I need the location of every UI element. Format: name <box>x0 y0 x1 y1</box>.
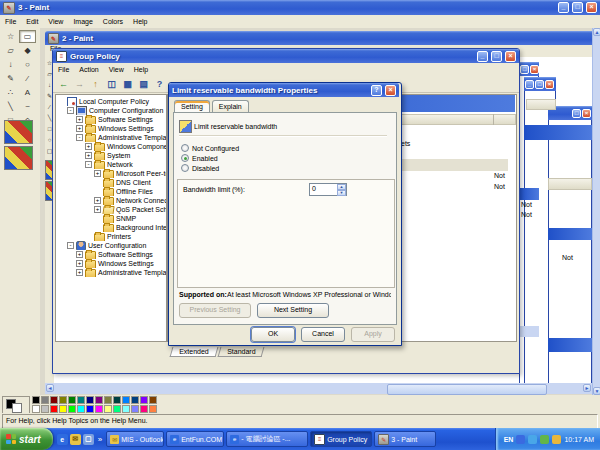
spin-down-icon[interactable]: ▼ <box>337 190 346 196</box>
color-swatch[interactable] <box>95 396 103 404</box>
radio-icon[interactable] <box>181 154 189 162</box>
back-icon[interactable]: ← <box>57 78 70 91</box>
tree-item[interactable]: + System <box>56 151 166 160</box>
radio-icon[interactable] <box>181 164 189 172</box>
scroll-up-icon[interactable]: ▲ <box>593 28 600 36</box>
export-list-icon[interactable]: ▤ <box>137 78 150 91</box>
current-colors[interactable] <box>2 396 30 414</box>
color-swatch[interactable] <box>41 396 49 404</box>
radio-option[interactable]: Disabled <box>181 163 381 173</box>
task-button[interactable]: ≡ Group Policy <box>310 431 372 447</box>
ok-button[interactable]: OK <box>251 327 295 342</box>
menu-item[interactable]: Image <box>68 17 97 26</box>
restore-button[interactable]: □ <box>572 2 583 13</box>
restore-button[interactable]: □ <box>491 51 502 62</box>
tree-item[interactable]: + QoS Packet Schedu <box>56 205 166 214</box>
tree-item[interactable]: + Network Connection <box>56 196 166 205</box>
minimize-button[interactable]: _ <box>525 80 534 89</box>
color-swatch[interactable] <box>50 396 58 404</box>
tree-item[interactable]: - User Configuration <box>56 241 166 250</box>
bandwidth-limit-spinner[interactable]: 0 ▲ ▼ <box>309 183 347 196</box>
eyedropper-icon[interactable]: ↓ <box>2 58 19 71</box>
tree-item[interactable]: Local Computer Policy <box>56 97 166 106</box>
close-button[interactable]: × <box>530 65 539 74</box>
radio-option[interactable]: Enabled <box>181 153 381 163</box>
help-button[interactable]: ? <box>371 85 382 96</box>
messenger-icon[interactable] <box>528 435 537 444</box>
tree-expander[interactable]: + <box>76 116 83 123</box>
show-desktop-icon[interactable]: ▢ <box>83 434 94 445</box>
tree-item[interactable]: Background Intellig <box>56 223 166 232</box>
color-swatch[interactable] <box>86 396 94 404</box>
tree-expander[interactable]: - <box>67 242 74 249</box>
freeform-select-icon[interactable]: ☆ <box>2 30 19 43</box>
previous-setting-button[interactable]: Previous Setting <box>179 303 251 318</box>
color-swatch[interactable] <box>32 396 40 404</box>
background-color[interactable] <box>12 403 22 413</box>
outer-paint-vscrollbar[interactable]: ▲ ▼ <box>592 28 600 395</box>
outlook-icon[interactable]: ✉ <box>70 434 81 445</box>
magnifier-icon[interactable]: ○ <box>19 58 36 71</box>
tree-item[interactable]: - Network <box>56 160 166 169</box>
color-swatch[interactable] <box>131 405 139 413</box>
task-button[interactable]: e EntFun.COM ... <box>166 431 224 447</box>
view-tab[interactable]: Standard <box>217 347 264 357</box>
cancel-button[interactable]: Cancel <box>301 327 345 342</box>
close-button[interactable]: × <box>505 51 516 62</box>
tree-expander[interactable]: + <box>85 143 92 150</box>
radio-option[interactable]: Not Configured <box>181 143 381 153</box>
color-swatch[interactable] <box>140 396 148 404</box>
color-swatch[interactable] <box>113 396 121 404</box>
color-swatch[interactable] <box>104 405 112 413</box>
scroll-left-icon[interactable]: ◄ <box>46 384 54 392</box>
restore-button[interactable]: □ <box>535 80 544 89</box>
tree-expander[interactable]: - <box>76 134 83 141</box>
tree-item[interactable]: SNMP <box>56 214 166 223</box>
show-tree-icon[interactable]: ◫ <box>105 78 118 91</box>
window-list-icon[interactable]: ▦ <box>121 78 134 91</box>
language-bar-icon[interactable] <box>516 435 525 444</box>
network-icon[interactable] <box>540 435 549 444</box>
quick-launch-chevron[interactable]: » <box>98 435 102 444</box>
close-button[interactable]: × <box>545 80 554 89</box>
restore-button[interactable]: □ <box>572 109 581 118</box>
fill-icon[interactable]: ◆ <box>19 44 36 57</box>
tree-expander[interactable]: + <box>94 197 101 204</box>
next-setting-button[interactable]: Next Setting <box>257 303 329 318</box>
task-button[interactable]: ✎ 3 - Paint <box>374 431 436 447</box>
task-button[interactable]: e - 電腦討論區 -... <box>226 431 308 447</box>
tree-expander[interactable]: + <box>94 170 101 177</box>
clock[interactable]: 10:17 AM <box>564 436 594 443</box>
menu-item[interactable]: Action <box>74 65 103 74</box>
scroll-right-icon[interactable]: ► <box>583 384 591 392</box>
eraser-icon[interactable]: ▱ <box>2 44 19 57</box>
minimize-button[interactable]: _ <box>477 51 488 62</box>
up-folder-icon[interactable]: ↑ <box>89 78 102 91</box>
forward-icon[interactable]: → <box>73 78 86 91</box>
menu-item[interactable]: Help <box>129 65 153 74</box>
color-swatch[interactable] <box>59 405 67 413</box>
color-swatch[interactable] <box>68 405 76 413</box>
tree-expander[interactable]: + <box>85 152 92 159</box>
tree-item[interactable]: Offline Files <box>56 187 166 196</box>
apply-button[interactable]: Apply <box>351 327 395 342</box>
color-swatch[interactable] <box>149 405 157 413</box>
tree-expander[interactable]: + <box>94 206 101 213</box>
radio-icon[interactable] <box>181 144 189 152</box>
scroll-down-icon[interactable]: ▼ <box>593 387 600 395</box>
tree-item[interactable]: + Administrative Templates <box>56 268 166 277</box>
menu-item[interactable]: File <box>0 17 21 26</box>
bandwidth-limit-value[interactable]: 0 <box>310 184 337 195</box>
tree-item[interactable]: + Microsoft Peer-to-P <box>56 169 166 178</box>
color-swatch[interactable] <box>41 405 49 413</box>
tree-item[interactable]: Printers <box>56 232 166 241</box>
menu-item[interactable]: Help <box>128 17 152 26</box>
minimize-button[interactable]: _ <box>558 2 569 13</box>
tree-item[interactable]: + Software Settings <box>56 250 166 259</box>
inner-paint-hscrollbar[interactable]: ◄ ► <box>45 383 592 394</box>
internet-explorer-icon[interactable]: e <box>57 434 68 445</box>
volume-icon[interactable] <box>552 435 561 444</box>
color-swatch[interactable] <box>77 396 85 404</box>
view-tab[interactable]: Extended <box>170 347 218 357</box>
pencil-icon[interactable]: ✎ <box>2 72 19 85</box>
